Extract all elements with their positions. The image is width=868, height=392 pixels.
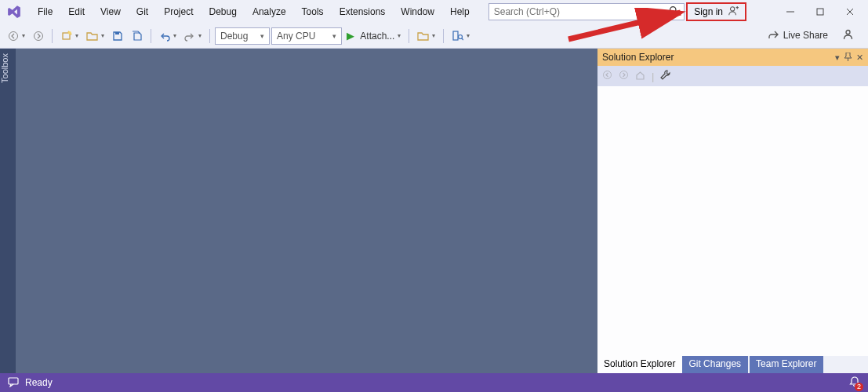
undo-button[interactable]: ▾	[156, 27, 180, 45]
account-icon[interactable]	[842, 28, 854, 42]
attach-label: Attach...	[360, 31, 394, 42]
menu-edit[interactable]: Edit	[60, 3, 93, 20]
nav-forward-button[interactable]	[30, 27, 47, 45]
tab-git-changes[interactable]: Git Changes	[682, 356, 748, 373]
panel-body	[597, 86, 868, 356]
platform-combo[interactable]: Any CPU▾	[271, 27, 342, 45]
live-share-area: Live Share	[768, 28, 854, 42]
new-project-button[interactable]: ▾	[57, 27, 82, 45]
menu-git[interactable]: Git	[129, 3, 156, 20]
menu-project[interactable]: Project	[156, 3, 201, 20]
menu-view[interactable]: View	[93, 3, 129, 20]
svg-point-0	[670, 7, 675, 13]
main-area: Toolbox Solution Explorer ▾ ✕ | Solution…	[0, 49, 868, 373]
menu-extensions[interactable]: Extensions	[332, 3, 394, 20]
panel-tabs: Solution Explorer Git Changes Team Explo…	[597, 356, 868, 373]
minimize-button[interactable]	[777, 3, 804, 20]
nav-back-button[interactable]: ▾	[5, 27, 28, 45]
svg-point-15	[459, 35, 463, 39]
platform-value: Any CPU	[277, 31, 315, 42]
toolbox-label: Toolbox	[0, 53, 16, 83]
svg-rect-20	[9, 378, 18, 384]
separator	[52, 29, 53, 43]
panel-menu-icon[interactable]: ▾	[835, 53, 840, 63]
standard-toolbar: ▾ ▾ ▾ ▾ ▾ Debug▾ Any CPU▾ ▶ Attach...▾ ▾…	[0, 24, 868, 49]
menu-tools[interactable]: Tools	[294, 3, 332, 20]
nav-forward-icon[interactable]	[619, 70, 629, 82]
separator	[209, 29, 210, 43]
tab-team-explorer[interactable]: Team Explorer	[750, 356, 823, 373]
panel-toolbar: |	[597, 66, 868, 86]
configuration-combo[interactable]: Debug▾	[215, 27, 270, 45]
open-file-button[interactable]: ▾	[83, 27, 107, 45]
svg-line-1	[675, 12, 677, 14]
status-bar: Ready 2	[0, 373, 868, 392]
window-controls	[777, 3, 863, 20]
panel-close-icon[interactable]: ✕	[856, 53, 863, 63]
chevron-down-icon: ▾	[332, 32, 336, 40]
panel-title-label: Solution Explorer	[602, 52, 674, 63]
save-button[interactable]	[109, 27, 126, 45]
nav-back-icon[interactable]	[602, 70, 612, 82]
browse-button[interactable]: ▾	[414, 27, 438, 45]
separator	[409, 29, 409, 43]
wrench-icon[interactable]	[660, 70, 670, 82]
svg-rect-14	[453, 31, 458, 40]
svg-point-18	[604, 71, 612, 79]
notifications-icon[interactable]: 2	[849, 376, 860, 390]
save-all-button[interactable]	[128, 27, 146, 45]
solution-explorer-panel: Solution Explorer ▾ ✕ | Solution Explore…	[597, 49, 868, 373]
svg-rect-13	[115, 32, 119, 34]
vs-logo-icon	[6, 4, 22, 20]
separator	[443, 29, 444, 43]
chevron-down-icon: ▾	[260, 32, 264, 40]
svg-rect-6	[817, 9, 823, 15]
status-ready-label: Ready	[25, 377, 53, 388]
find-in-files-button[interactable]: ▾	[449, 27, 473, 45]
svg-point-9	[9, 31, 18, 40]
maximize-button[interactable]	[807, 3, 833, 20]
svg-point-2	[731, 6, 735, 10]
svg-line-16	[462, 38, 463, 40]
menu-help[interactable]: Help	[442, 3, 478, 20]
menu-debug[interactable]: Debug	[202, 3, 245, 20]
feedback-icon[interactable]	[8, 376, 19, 390]
menu-file[interactable]: File	[30, 3, 60, 20]
search-input[interactable]	[494, 6, 669, 17]
live-share-button[interactable]: Live Share	[783, 30, 828, 41]
play-icon: ▶	[347, 30, 354, 42]
notification-count-badge: 2	[855, 383, 863, 391]
svg-point-12	[68, 31, 71, 34]
tab-solution-explorer[interactable]: Solution Explorer	[597, 356, 682, 373]
attach-debugger-button[interactable]: ▶ Attach...▾	[343, 27, 404, 45]
search-box[interactable]	[488, 3, 685, 20]
toolbox-tab[interactable]: Toolbox	[0, 49, 16, 373]
close-button[interactable]	[837, 3, 863, 20]
menu-window[interactable]: Window	[393, 3, 442, 20]
sign-in-button[interactable]: Sign in	[686, 2, 746, 21]
share-icon[interactable]	[768, 29, 779, 42]
svg-point-10	[35, 31, 43, 40]
svg-point-17	[846, 31, 850, 34]
pin-icon[interactable]	[844, 53, 852, 63]
sign-in-label: Sign in	[694, 6, 723, 17]
panel-title-controls: ▾ ✕	[835, 53, 863, 63]
svg-point-19	[620, 71, 628, 79]
panel-title-bar[interactable]: Solution Explorer ▾ ✕	[597, 49, 868, 66]
user-add-icon	[728, 5, 739, 19]
search-icon	[669, 5, 679, 18]
separator	[151, 29, 151, 43]
editor-area	[16, 49, 597, 373]
redo-button[interactable]: ▾	[181, 27, 205, 45]
home-icon[interactable]	[635, 70, 645, 82]
menu-analyze[interactable]: Analyze	[245, 3, 294, 20]
configuration-value: Debug	[220, 31, 248, 42]
